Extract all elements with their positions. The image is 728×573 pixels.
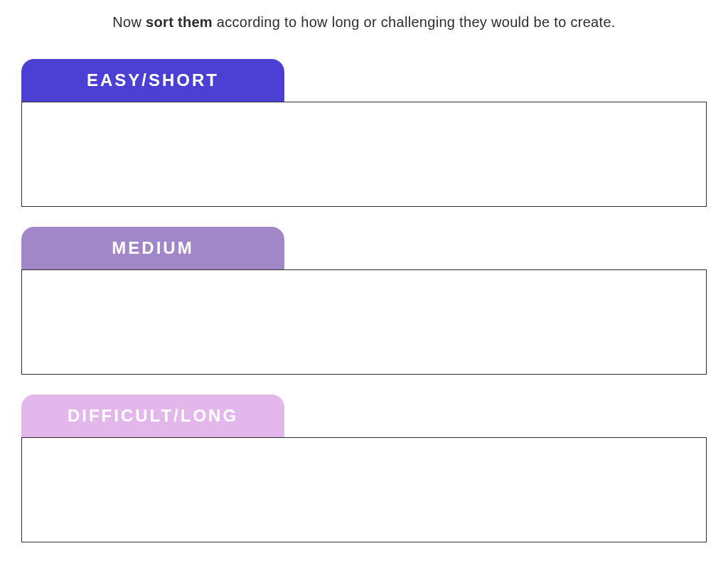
tab-difficult: DIFFICULT/LONG [21,395,284,437]
tab-medium: MEDIUM [21,227,284,269]
instruction-bold: sort them [146,14,213,30]
instruction-suffix: according to how long or challenging the… [213,14,616,30]
tab-label-difficult: DIFFICULT/LONG [68,406,238,425]
category-difficult: DIFFICULT/LONG [21,395,707,542]
drop-box-easy[interactable] [21,102,707,207]
instruction-text: Now sort them according to how long or c… [21,14,707,31]
instruction-prefix: Now [112,14,146,30]
drop-box-difficult[interactable] [21,437,707,542]
category-medium: MEDIUM [21,227,707,375]
category-easy: EASY/SHORT [21,59,707,207]
tab-label-easy: EASY/SHORT [87,70,219,90]
tab-easy: EASY/SHORT [21,59,284,102]
tab-label-medium: MEDIUM [112,238,193,257]
drop-box-medium[interactable] [21,269,707,375]
